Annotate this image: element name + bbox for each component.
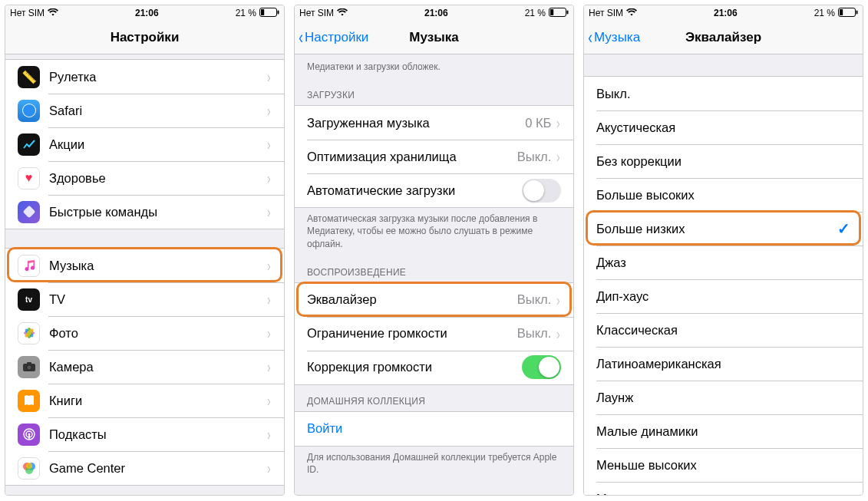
sound-check-row[interactable]: Коррекция громкости [295, 351, 573, 384]
equalizer-row[interactable]: Эквалайзер Выкл. › [295, 283, 573, 317]
chevron-right-icon: › [267, 292, 271, 307]
row-label: Меньше высоких [596, 458, 850, 473]
chevron-right-icon: › [267, 427, 271, 442]
row-value: 0 КБ [525, 116, 551, 130]
settings-screen: Нет SIM 21:06 21 % Настройки 📏Рулетка›Sa… [5, 5, 285, 496]
row-label: Войти [307, 421, 561, 436]
chevron-right-icon: › [267, 359, 271, 374]
battery-pct-text: 21 % [525, 8, 546, 18]
svg-rect-30 [856, 10, 857, 14]
volume-limit-row[interactable]: Ограничение громкости Выкл. › [295, 317, 573, 351]
settings-item-фото[interactable]: Фото› [5, 316, 284, 350]
row-label: Выкл. [596, 87, 850, 101]
chevron-right-icon: › [267, 170, 271, 186]
chevron-right-icon: › [267, 137, 271, 152]
back-label: Настройки [305, 30, 368, 45]
eq-option[interactable]: Меньше низких [584, 482, 863, 495]
clock-text: 21:06 [424, 8, 448, 18]
music-icon [18, 255, 40, 277]
eq-option[interactable]: Акустическая [584, 110, 863, 144]
settings-item-game-center[interactable]: Game Center› [5, 451, 284, 485]
playback-list: Эквалайзер Выкл. › Ограничение громкости… [295, 282, 573, 385]
measure-icon: 📏 [18, 66, 40, 88]
eq-option[interactable]: Латиноамериканская [584, 347, 863, 381]
chevron-left-icon: ‹ [299, 28, 303, 47]
nav-title: Музыка [409, 30, 458, 45]
row-label: Книги [49, 394, 266, 408]
row-label: Акустическая [596, 120, 850, 135]
chevron-right-icon: › [267, 103, 271, 118]
svg-rect-7 [22, 206, 35, 219]
auto-downloads-toggle[interactable] [522, 179, 561, 203]
settings-item-камера[interactable]: Камера› [5, 350, 284, 384]
row-label: Здоровье [49, 171, 266, 186]
nav-bar: ‹ Настройки Музыка [295, 21, 573, 54]
settings-item-safari[interactable]: Safari› [5, 94, 284, 127]
eq-content[interactable]: Выкл.АкустическаяБез коррекцииБольше выс… [584, 54, 863, 495]
downloads-header: ЗАГРУЗКИ [295, 79, 573, 105]
status-bar: Нет SIM 21:06 21 % [295, 5, 573, 21]
eq-option[interactable]: Без коррекции [584, 144, 863, 178]
settings-item-книги[interactable]: Книги› [5, 384, 284, 417]
tv-icon: tv [18, 288, 40, 311]
eq-option[interactable]: Классическая [584, 313, 863, 347]
eq-option[interactable]: Лаунж [584, 381, 863, 414]
shortcuts-icon [18, 201, 40, 223]
row-label: Дип-хаус [596, 289, 850, 304]
row-label: Рулетка [49, 70, 266, 84]
nav-title: Настройки [111, 30, 180, 45]
settings-item-музыка[interactable]: Музыка› [5, 249, 284, 282]
auto-downloads-row[interactable]: Автоматические загрузки [295, 173, 573, 207]
settings-item-акции[interactable]: Акции› [5, 127, 284, 161]
chevron-right-icon: › [267, 204, 271, 219]
svg-rect-27 [566, 10, 568, 14]
back-button[interactable]: ‹ Настройки [298, 28, 368, 47]
svg-rect-26 [550, 9, 553, 15]
row-label: Коррекция громкости [307, 360, 522, 374]
svg-point-24 [26, 463, 32, 469]
equalizer-screen: Нет SIM 21:06 21 % ‹ Музыка Эквалайзер В… [583, 5, 863, 496]
nav-bar: ‹ Музыка Эквалайзер [584, 21, 863, 54]
row-label: Больше высоких [596, 188, 850, 203]
eq-option[interactable]: Джаз [584, 246, 863, 279]
carrier-text: Нет SIM [299, 8, 334, 18]
chevron-right-icon: › [556, 149, 560, 164]
apps-group-2: Музыка›tvTV›Фото›Камера›Книги›Подкасты›G… [5, 248, 284, 486]
eq-option[interactable]: Больше низких✓ [584, 212, 863, 246]
books-icon [18, 390, 40, 412]
row-label: Музыка [49, 259, 266, 273]
chevron-right-icon: › [556, 292, 560, 308]
carrier-text: Нет SIM [589, 8, 623, 18]
settings-item-tv[interactable]: tvTV› [5, 282, 284, 316]
back-button[interactable]: ‹ Музыка [587, 28, 640, 47]
settings-item-подкасты[interactable]: Подкасты› [5, 417, 284, 451]
sound-check-toggle[interactable] [522, 355, 561, 379]
row-label: Автоматические загрузки [307, 183, 522, 198]
eq-option[interactable]: Дип-хаус [584, 279, 863, 313]
row-label: Лаунж [596, 391, 850, 405]
music-content[interactable]: Медиатеки и загрузки обложек. ЗАГРУЗКИ З… [295, 54, 573, 495]
status-bar: Нет SIM 21:06 21 % [584, 5, 863, 21]
downloaded-music-row[interactable]: Загруженная музыка 0 КБ › [295, 106, 573, 140]
battery-pct-text: 21 % [814, 8, 835, 18]
row-label: Game Center [49, 461, 266, 476]
chevron-right-icon: › [267, 258, 271, 273]
home-login-row[interactable]: Войти [295, 412, 573, 446]
clock-text: 21:06 [135, 8, 159, 18]
row-label: TV [49, 292, 266, 307]
wifi-icon [48, 8, 58, 18]
podcasts-icon [18, 424, 40, 446]
eq-option[interactable]: Малые динамики [584, 414, 863, 448]
settings-content[interactable]: 📏Рулетка›Safari›Акции›♥Здоровье›Быстрые … [5, 54, 284, 495]
settings-item-рулетка[interactable]: 📏Рулетка› [5, 60, 284, 94]
settings-item-быстрые-команды[interactable]: Быстрые команды› [5, 195, 284, 229]
eq-option[interactable]: Больше высоких [584, 178, 863, 212]
music-settings-screen: Нет SIM 21:06 21 % ‹ Настройки Музыка Ме… [294, 5, 574, 496]
optimize-storage-row[interactable]: Оптимизация хранилища Выкл. › [295, 140, 573, 173]
settings-item-здоровье[interactable]: ♥Здоровье› [5, 161, 284, 195]
eq-option[interactable]: Меньше высоких [584, 448, 863, 482]
eq-option[interactable]: Выкл. [584, 77, 863, 110]
eq-options-list: Выкл.АкустическаяБез коррекцииБольше выс… [584, 76, 863, 495]
home-header: ДОМАШНЯЯ КОЛЛЕКЦИЯ [295, 385, 573, 411]
row-label: Загруженная музыка [307, 116, 525, 130]
